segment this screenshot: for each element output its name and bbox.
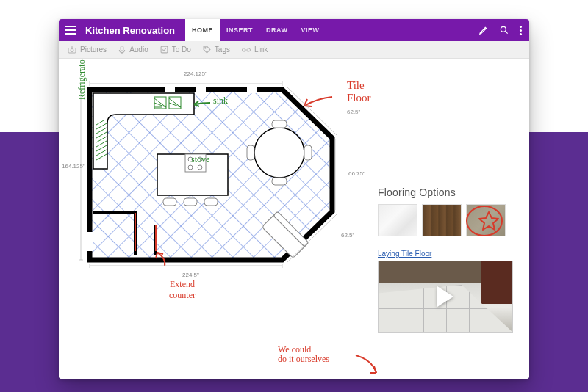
ribbon-audio[interactable]: Audio — [118, 46, 148, 54]
video-link[interactable]: Laying Tile Floor — [378, 250, 513, 258]
flooring-swatches — [378, 204, 513, 236]
annotation-ourselves: We could do it ourselves — [278, 345, 329, 364]
svg-rect-29 — [304, 145, 312, 160]
flooring-options-section: Flooring Options Laying Tile Floor — [378, 186, 513, 333]
video-thumbnail[interactable] — [378, 261, 513, 333]
swatch-marble[interactable] — [378, 204, 417, 236]
tab-view[interactable]: VIEW — [295, 19, 326, 41]
svg-rect-22 — [163, 198, 176, 206]
svg-rect-24 — [204, 198, 218, 206]
document-title: Kitchen Renovation — [85, 25, 175, 36]
ribbon-todo[interactable]: To Do — [160, 46, 191, 54]
link-icon — [242, 46, 251, 54]
search-icon[interactable] — [499, 25, 509, 35]
ribbon-pictures[interactable]: Pictures — [68, 46, 107, 54]
dim-top: 224.125" — [184, 70, 207, 77]
svg-point-25 — [254, 128, 304, 178]
svg-rect-23 — [184, 198, 197, 206]
tab-home[interactable]: HOME — [185, 19, 220, 41]
svg-point-2 — [71, 48, 74, 51]
svg-rect-27 — [272, 178, 287, 185]
svg-rect-4 — [161, 46, 168, 53]
annotation-tile-floor: Tile Floor — [347, 79, 371, 104]
ribbon-todo-label: To Do — [172, 46, 191, 54]
tab-draw[interactable]: DRAW — [259, 19, 295, 41]
pen-icon[interactable] — [478, 25, 489, 35]
ribbon-toolbar: Pictures Audio To Do Tags Link — [59, 41, 529, 59]
dim-bottom: 224.5" — [182, 272, 199, 278]
video-reference: Laying Tile Floor — [378, 250, 513, 333]
svg-rect-13 — [86, 232, 93, 251]
ribbon-audio-label: Audio — [129, 46, 148, 54]
menu-icon[interactable] — [65, 26, 76, 35]
tag-icon — [203, 46, 211, 54]
app-window: Kitchen Renovation HOME INSERT DRAW VIEW… — [59, 19, 529, 379]
svg-point-0 — [501, 26, 506, 32]
ribbon-tabs: HOME INSERT DRAW VIEW — [185, 19, 326, 41]
titlebar: Kitchen Renovation HOME INSERT DRAW VIEW — [59, 19, 529, 41]
dim-right-bot: 62.5" — [341, 232, 354, 239]
ribbon-pictures-label: Pictures — [80, 46, 107, 54]
floorplan-drawing — [76, 81, 341, 272]
svg-point-5 — [204, 47, 206, 48]
flooring-options-title: Flooring Options — [378, 186, 513, 198]
ribbon-tags[interactable]: Tags — [203, 46, 230, 54]
camera-icon — [68, 46, 76, 54]
mic-icon — [118, 46, 126, 54]
note-canvas[interactable]: 224.125" 164.125" 62.5" 66.75" 62.5" 224… — [59, 59, 529, 379]
tab-insert[interactable]: INSERT — [220, 19, 259, 41]
svg-rect-11 — [196, 86, 206, 93]
svg-rect-12 — [247, 86, 257, 93]
more-icon[interactable] — [520, 26, 522, 35]
ribbon-link[interactable]: Link — [242, 46, 268, 54]
svg-rect-28 — [247, 145, 254, 160]
play-icon — [437, 286, 453, 307]
swatch-wood[interactable] — [422, 204, 462, 236]
dim-right-top: 62.5" — [347, 109, 360, 115]
checkbox-icon — [160, 46, 168, 54]
svg-rect-3 — [121, 46, 123, 51]
svg-rect-10 — [165, 86, 175, 93]
ribbon-tags-label: Tags — [215, 46, 230, 54]
annotation-refrigerator: Refrigerator — [76, 59, 87, 100]
dim-right-mid: 66.75" — [348, 170, 365, 177]
ribbon-link-label: Link — [254, 46, 268, 54]
selected-star-icon — [462, 202, 508, 240]
annotation-extend-counter: Extend counter — [169, 279, 196, 301]
svg-rect-26 — [272, 120, 287, 128]
annotation-sink: sink — [213, 95, 228, 106]
annotation-stove: stove — [191, 154, 209, 165]
swatch-concrete[interactable] — [466, 204, 506, 236]
